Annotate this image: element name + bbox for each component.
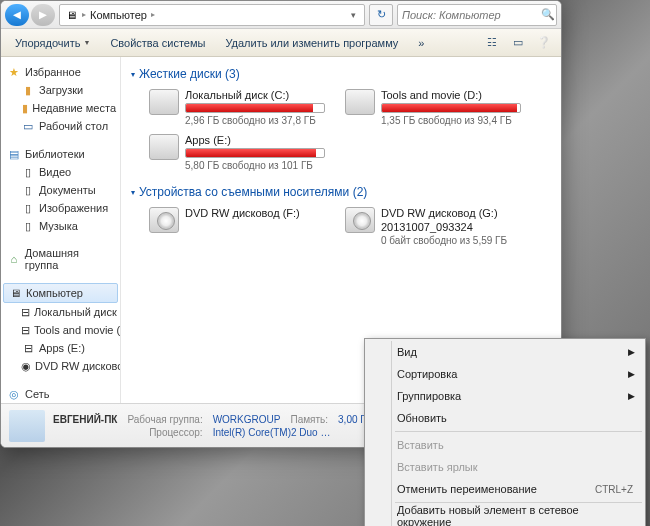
desktop-icon: ▭ — [21, 119, 35, 133]
hdd-icon — [345, 89, 375, 115]
computer-icon: 🖥 — [8, 286, 22, 300]
sidebar-homegroup-head[interactable]: ⌂Домашняя группа — [1, 245, 120, 273]
refresh-button[interactable]: ↻ — [369, 4, 393, 26]
hdd-icon — [149, 134, 179, 160]
breadcrumb-sep: ▸ — [82, 10, 86, 19]
dvd-icon — [149, 207, 179, 233]
sidebar-item-music[interactable]: ▯Музыка — [1, 217, 120, 235]
drive-icon: ⊟ — [21, 323, 30, 337]
status-mem-label: Память: — [290, 414, 328, 425]
toolbar-overflow[interactable]: » — [410, 34, 432, 52]
library-icon: ▤ — [7, 147, 21, 161]
drive-label: 20131007_093324 — [381, 221, 521, 233]
breadcrumb-computer[interactable]: Компьютер — [90, 9, 147, 21]
organize-button[interactable]: Упорядочить▼ — [7, 34, 98, 52]
drive-free-space: 2,96 ГБ свободно из 37,8 ГБ — [185, 115, 325, 126]
chevron-right-icon: ▶ — [628, 369, 635, 379]
drive-name: Apps (E:) — [185, 134, 325, 146]
cm-sort[interactable]: Сортировка▶ — [367, 363, 643, 385]
computer-icon: 🖥 — [64, 8, 78, 22]
dvd-icon: ◉ — [21, 359, 31, 373]
drive-name: Tools and movie (D:) — [381, 89, 521, 101]
star-icon: ★ — [7, 65, 21, 79]
music-icon: ▯ — [21, 219, 35, 233]
status-wg-label: Рабочая группа: — [127, 414, 202, 425]
toolbar: Упорядочить▼ Свойства системы Удалить ил… — [1, 29, 561, 57]
sidebar-item-documents[interactable]: ▯Документы — [1, 181, 120, 199]
sidebar-item-recent[interactable]: ▮Недавние места — [1, 99, 120, 117]
removable-item[interactable]: DVD RW дисковод (F:) — [149, 207, 325, 246]
drive-free-space: 0 байт свободно из 5,59 ГБ — [381, 235, 521, 246]
status-computer-name: ЕВГЕНИЙ-ПК — [53, 414, 117, 425]
drive-item[interactable]: Tools and movie (D:) 1,35 ГБ свободно из… — [345, 89, 521, 126]
section-hdd[interactable]: Жесткие диски (3) — [131, 63, 551, 85]
drive-icon: ⊟ — [21, 305, 30, 319]
forward-button[interactable]: ► — [31, 4, 55, 26]
preview-pane-button[interactable]: ▭ — [507, 33, 529, 53]
chevron-right-icon: ▶ — [628, 391, 635, 401]
hdd-icon — [149, 89, 179, 115]
sidebar-item-desktop[interactable]: ▭Рабочий стол — [1, 117, 120, 135]
drive-usage-bar — [185, 103, 325, 113]
drive-name: DVD RW дисковод (F:) — [185, 207, 325, 219]
status-wg: WORKGROUP — [213, 414, 281, 425]
computer-large-icon — [9, 410, 45, 442]
cm-undo-rename[interactable]: Отменить переименованиеCTRL+Z — [367, 478, 643, 500]
titlebar: ◄ ► 🖥 ▸ Компьютер ▸ ▾ ↻ 🔍 — [1, 1, 561, 29]
chevron-down-icon: ▼ — [83, 39, 90, 46]
picture-icon: ▯ — [21, 201, 35, 215]
network-icon: ◎ — [7, 387, 21, 401]
drive-item[interactable]: Apps (E:) 5,80 ГБ свободно из 101 ГБ — [149, 134, 325, 171]
document-icon: ▯ — [21, 183, 35, 197]
folder-icon: ▮ — [21, 83, 35, 97]
uninstall-program-button[interactable]: Удалить или изменить программу — [217, 34, 406, 52]
removable-item[interactable]: DVD RW дисковод (G:) 20131007_093324 0 б… — [345, 207, 521, 246]
drive-name: DVD RW дисковод (G:) — [381, 207, 521, 219]
drive-free-space: 5,80 ГБ свободно из 101 ГБ — [185, 160, 325, 171]
search-box[interactable]: 🔍 — [397, 4, 557, 26]
view-mode-button[interactable]: ☷ — [481, 33, 503, 53]
sidebar-libraries-head[interactable]: ▤Библиотеки — [1, 145, 120, 163]
chevron-right-icon: ▶ — [628, 347, 635, 357]
homegroup-icon: ⌂ — [7, 252, 21, 266]
drive-usage-bar — [185, 148, 325, 158]
status-cpu-label: Процессор: — [127, 427, 202, 438]
sidebar-item-computer[interactable]: 🖥Компьютер — [3, 283, 118, 303]
context-menu: Вид▶ Сортировка▶ Группировка▶ Обновить В… — [364, 338, 646, 526]
cm-paste-shortcut: Вставить ярлык — [367, 456, 643, 478]
status-cpu: Intel(R) Core(TM)2 Duo … — [213, 427, 373, 438]
sidebar-item-videos[interactable]: ▯Видео — [1, 163, 120, 181]
cm-refresh[interactable]: Обновить — [367, 407, 643, 429]
section-removable[interactable]: Устройства со съемными носителями (2) — [131, 181, 551, 203]
cm-group[interactable]: Группировка▶ — [367, 385, 643, 407]
breadcrumb-sep: ▸ — [151, 10, 155, 19]
drive-free-space: 1,35 ГБ свободно из 93,4 ГБ — [381, 115, 521, 126]
sidebar-item-pictures[interactable]: ▯Изображения — [1, 199, 120, 217]
drive-usage-bar — [381, 103, 521, 113]
sidebar: ★Избранное ▮Загрузки ▮Недавние места ▭Ра… — [1, 57, 121, 403]
help-button[interactable]: ❔ — [533, 33, 555, 53]
cm-view[interactable]: Вид▶ — [367, 341, 643, 363]
system-properties-button[interactable]: Свойства системы — [102, 34, 213, 52]
back-button[interactable]: ◄ — [5, 4, 29, 26]
search-icon: 🔍 — [541, 8, 555, 21]
sidebar-favorites-head[interactable]: ★Избранное — [1, 63, 120, 81]
sidebar-item-drive-c[interactable]: ⊟Локальный диск (C:) — [1, 303, 120, 321]
sidebar-item-drive-e[interactable]: ⊟Apps (E:) — [1, 339, 120, 357]
search-input[interactable] — [402, 9, 541, 21]
video-icon: ▯ — [21, 165, 35, 179]
drive-icon: ⊟ — [21, 341, 35, 355]
address-dropdown[interactable]: ▾ — [346, 10, 360, 20]
address-bar[interactable]: 🖥 ▸ Компьютер ▸ ▾ — [59, 4, 365, 26]
sidebar-item-dvd[interactable]: ◉DVD RW дисковод (… — [1, 357, 120, 375]
drive-item[interactable]: Локальный диск (C:) 2,96 ГБ свободно из … — [149, 89, 325, 126]
sidebar-item-drive-d[interactable]: ⊟Tools and movie (D:) — [1, 321, 120, 339]
cm-paste: Вставить — [367, 434, 643, 456]
sidebar-item-downloads[interactable]: ▮Загрузки — [1, 81, 120, 99]
drive-name: Локальный диск (C:) — [185, 89, 325, 101]
cm-shortcut: CTRL+Z — [595, 484, 633, 495]
folder-icon: ▮ — [21, 101, 28, 115]
cm-add-network[interactable]: Добавить новый элемент в сетевое окружен… — [367, 505, 643, 526]
dvd-icon — [345, 207, 375, 233]
sidebar-network-head[interactable]: ◎Сеть — [1, 385, 120, 403]
